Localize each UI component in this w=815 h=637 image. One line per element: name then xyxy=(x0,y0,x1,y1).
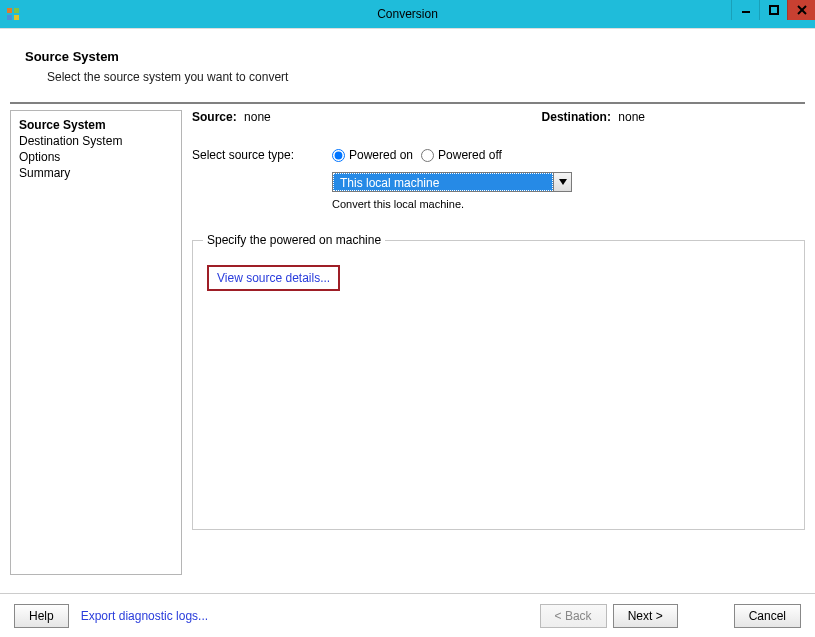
svg-rect-1 xyxy=(14,8,19,13)
destination-value: none xyxy=(618,110,645,124)
groupbox-legend: Specify the powered on machine xyxy=(203,233,385,247)
svg-rect-5 xyxy=(770,6,778,14)
destination-label: Destination: xyxy=(542,110,611,124)
export-diagnostic-logs-link[interactable]: Export diagnostic logs... xyxy=(81,609,208,623)
wizard-main: Source: none Destination: none Select so… xyxy=(192,104,805,574)
svg-rect-3 xyxy=(14,15,19,20)
source-value: none xyxy=(244,110,271,124)
page-title: Source System xyxy=(25,49,805,64)
dropdown-helper-text: Convert this local machine. xyxy=(332,198,805,210)
svg-marker-8 xyxy=(559,179,567,185)
step-source-system[interactable]: Source System xyxy=(19,117,173,133)
wizard-steps-sidebar: Source System Destination System Options… xyxy=(10,110,182,575)
destination-summary: Destination: none xyxy=(542,110,645,124)
specify-machine-groupbox: Specify the powered on machine View sour… xyxy=(192,240,805,530)
close-button[interactable] xyxy=(787,0,815,20)
svg-rect-0 xyxy=(7,8,12,13)
radio-powered-off-label: Powered off xyxy=(438,148,502,162)
radio-powered-on-input[interactable] xyxy=(332,149,345,162)
page-subtitle: Select the source system you want to con… xyxy=(47,70,805,84)
svg-rect-2 xyxy=(7,15,12,20)
step-options[interactable]: Options xyxy=(19,149,173,165)
window-title: Conversion xyxy=(0,7,815,21)
source-label: Source: xyxy=(192,110,237,124)
cancel-button[interactable]: Cancel xyxy=(734,604,801,628)
select-source-type-label: Select source type: xyxy=(192,148,332,162)
radio-powered-off[interactable]: Powered off xyxy=(421,148,502,162)
back-button: < Back xyxy=(540,604,607,628)
source-summary: Source: none xyxy=(192,110,271,124)
dropdown-arrow-icon[interactable] xyxy=(553,173,571,191)
wizard-header: Source System Select the source system y… xyxy=(0,29,815,94)
step-summary[interactable]: Summary xyxy=(19,165,173,181)
radio-powered-on-label: Powered on xyxy=(349,148,413,162)
source-machine-dropdown[interactable]: This local machine xyxy=(332,172,572,192)
wizard-footer: Help Export diagnostic logs... < Back Ne… xyxy=(0,593,815,637)
minimize-button[interactable] xyxy=(731,0,759,20)
view-source-details-link[interactable]: View source details... xyxy=(217,271,330,285)
radio-powered-off-input[interactable] xyxy=(421,149,434,162)
help-button[interactable]: Help xyxy=(14,604,69,628)
step-destination-system[interactable]: Destination System xyxy=(19,133,173,149)
radio-powered-on[interactable]: Powered on xyxy=(332,148,413,162)
view-source-details-highlight: View source details... xyxy=(207,265,340,291)
app-icon xyxy=(6,7,20,21)
next-button[interactable]: Next > xyxy=(613,604,678,628)
source-machine-selected: This local machine xyxy=(333,173,553,191)
title-bar: Conversion xyxy=(0,0,815,28)
maximize-button[interactable] xyxy=(759,0,787,20)
